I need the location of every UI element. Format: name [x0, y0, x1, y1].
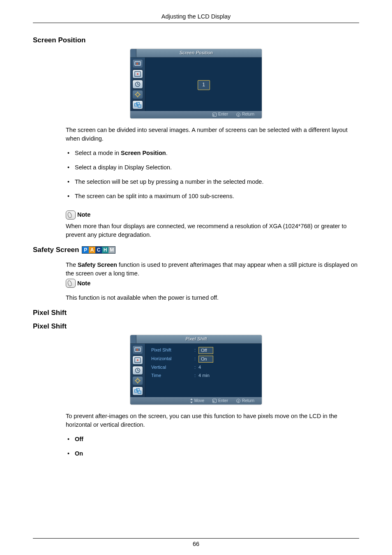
- note-text: When more than four displays are connect…: [66, 222, 359, 239]
- osd-title: Screen Position: [136, 50, 256, 56]
- header-title: Adjusting the LCD Display: [161, 12, 231, 21]
- menu-row-horizontal[interactable]: Horizontal: On: [151, 356, 256, 363]
- option-on: On: [66, 449, 359, 458]
- svg-point-4: [136, 93, 139, 96]
- pixel-shift-heading-1: Pixel Shift: [33, 308, 359, 318]
- osd-content: Pixel Shift: Off Horizontal: On Vertical…: [145, 344, 262, 397]
- list-item: Select a display in Display Selection.: [66, 163, 359, 172]
- svg-point-16: [136, 379, 139, 382]
- safety-screen-heading: Safety Screen P A C H M: [33, 245, 359, 255]
- safety-screen-modes: P A C H M: [82, 246, 115, 254]
- footer-return: Return: [236, 111, 254, 118]
- note: Note: [66, 210, 359, 220]
- osd-footer: Enter Return: [130, 111, 262, 118]
- input-icon: [132, 345, 143, 354]
- osd-titlebar: Screen Position: [130, 49, 262, 58]
- time-icon: [132, 80, 143, 89]
- time-value: 4 min: [198, 372, 210, 379]
- pixel-shift-osd: Pixel Shift: [33, 335, 359, 405]
- mode-a-icon: A: [89, 247, 95, 253]
- note-label: Note: [77, 210, 90, 219]
- screen-position-heading: Screen Position: [33, 35, 359, 46]
- page-number: 66: [193, 541, 199, 547]
- picture-icon: [132, 356, 143, 365]
- menu-row-vertical[interactable]: Vertical: 4: [151, 364, 256, 371]
- screen-position-intro: The screen can be divided into several i…: [66, 126, 359, 143]
- note-icon: [66, 210, 76, 220]
- menu-row-pixel-shift[interactable]: Pixel Shift: Off: [151, 347, 256, 354]
- osd-title: Pixel Shift: [136, 336, 256, 342]
- footer-move: Move: [189, 398, 204, 404]
- footer-return: Return: [236, 398, 254, 404]
- safety-screen-text: The Safety Screen function is used to pr…: [66, 261, 359, 278]
- screen-position-list: Select a mode in Screen Position. Select…: [66, 149, 359, 201]
- picture-icon: [132, 69, 143, 79]
- osd-titlebar: Pixel Shift: [130, 335, 262, 344]
- svg-point-2: [137, 73, 138, 75]
- time-icon: [132, 366, 143, 375]
- footer-enter: Enter: [212, 398, 228, 404]
- vertical-value: 4: [198, 364, 201, 371]
- list-item: The screen can be split into a maximum o…: [66, 192, 359, 201]
- input-icon: [132, 59, 143, 68]
- list-item: The selection will be set up by pressing…: [66, 178, 359, 186]
- page-footer: 66: [0, 538, 392, 548]
- pixel-shift-options: Off On: [66, 435, 359, 458]
- svg-point-14: [137, 359, 138, 361]
- svg-rect-23: [138, 391, 141, 393]
- position-number[interactable]: 1: [198, 80, 210, 90]
- svg-rect-11: [138, 105, 141, 107]
- pixel-shift-para: To prevent after-images on the screen, y…: [66, 412, 359, 429]
- osd-sidebar: [130, 58, 145, 111]
- mode-c-icon: C: [95, 247, 102, 253]
- list-item: Select a mode in Screen Position.: [66, 149, 359, 157]
- mode-m-icon: M: [108, 247, 115, 253]
- osd-content: 1: [145, 58, 262, 111]
- mode-p-icon: P: [82, 247, 89, 253]
- settings-icon: [132, 376, 143, 385]
- note-text: This function is not available when the …: [66, 294, 359, 302]
- footer-enter: Enter: [212, 111, 228, 118]
- osd-footer: Move Enter Return: [130, 397, 262, 405]
- multi-icon: [132, 386, 143, 395]
- multi-icon: [132, 100, 143, 109]
- page-header: Adjusting the LCD Display: [33, 12, 359, 23]
- note-label: Note: [77, 279, 90, 288]
- pixel-shift-heading-2: Pixel Shift: [33, 321, 359, 332]
- menu-row-time[interactable]: Time: 4 min: [151, 372, 256, 379]
- note-icon: [66, 279, 76, 288]
- osd-sidebar: [130, 344, 145, 397]
- pixel-shift-value: Off: [198, 347, 213, 354]
- mode-h-icon: H: [102, 247, 108, 253]
- note: Note: [66, 279, 359, 288]
- screen-position-osd: Screen Position: [33, 49, 359, 118]
- settings-icon: [132, 90, 143, 99]
- horizontal-value: On: [198, 356, 213, 363]
- option-off: Off: [66, 435, 359, 444]
